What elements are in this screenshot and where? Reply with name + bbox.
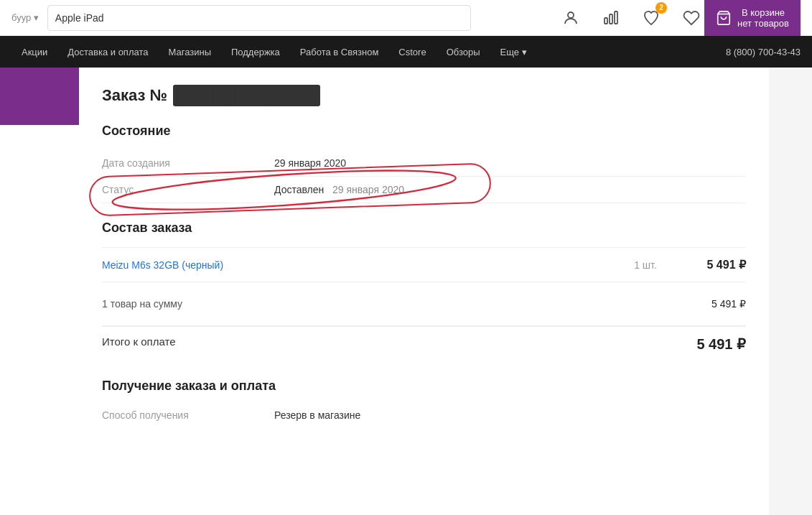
nav-item-reviews[interactable]: Обзоры — [437, 36, 490, 68]
nav-item-promotions[interactable]: Акции — [11, 36, 57, 68]
summary-items-label: 1 товар на сумму — [102, 298, 182, 310]
favorites-badge: 2 — [655, 2, 667, 14]
nav-item-more[interactable]: Еще ▾ — [490, 36, 537, 68]
date-row: Дата создания 29 января 2020 — [102, 150, 746, 177]
status-row: Статус Доставлен 29 января 2020 — [102, 177, 746, 203]
table-row: Meizu M6s 32GB (черный) 1 шт. 5 491 ₽ — [102, 248, 746, 282]
pickup-method-label: Способ получения — [102, 409, 274, 421]
cart-button[interactable]: В корзиненет товаров — [704, 0, 801, 36]
status-section-title: Состояние — [102, 124, 746, 139]
summary-items-value: 5 491 ₽ — [711, 298, 746, 310]
logo-text: буур ▾ — [11, 12, 39, 23]
composition-title: Состав заказа — [102, 221, 746, 236]
order-item-qty: 1 шт. — [617, 259, 674, 271]
logo[interactable]: буур ▾ — [11, 12, 39, 23]
order-title-text: Заказ № — [102, 86, 167, 105]
main-nav: Акции Доставка и оплата Магазины Поддерж… — [0, 36, 812, 68]
chart-icon-button[interactable] — [598, 5, 624, 31]
nav-phone: 8 (800) 700-43-43 — [726, 47, 801, 57]
pickup-method-row: Способ получения Резерв в магазине — [102, 405, 746, 425]
summary-total-label: Итого к оплате — [102, 335, 175, 353]
header: буур ▾ — [0, 0, 812, 36]
svg-point-2 — [568, 12, 574, 18]
order-items-list: Meizu M6s 32GB (черный) 1 шт. 5 491 ₽ — [102, 247, 746, 282]
cart-icon — [716, 10, 732, 26]
nav-item-stores[interactable]: Магазины — [158, 36, 221, 68]
right-side — [769, 68, 812, 515]
svg-rect-3 — [605, 18, 607, 24]
page-wrapper: Заказ № ████████ Состояние Дата создания… — [0, 68, 812, 515]
svg-rect-4 — [610, 14, 612, 24]
status-label: Статус — [102, 184, 274, 195]
summary-total-row: Итого к оплате 5 491 ₽ — [102, 327, 746, 361]
pickup-section-title: Получение заказа и оплата — [102, 379, 746, 394]
sidebar — [0, 68, 79, 515]
favorites-icon-button[interactable]: 2 — [638, 5, 664, 31]
summary-items-row: 1 товар на сумму 5 491 ₽ — [102, 294, 746, 314]
order-title-row: Заказ № ████████ — [102, 85, 746, 106]
search-input[interactable] — [55, 12, 463, 24]
date-label: Дата создания — [102, 157, 274, 169]
order-info-table: Дата создания 29 января 2020 Статус Дост… — [102, 150, 746, 203]
summary-block: 1 товар на сумму 5 491 ₽ — [102, 282, 746, 327]
search-bar[interactable] — [47, 5, 471, 31]
order-item-price: 5 491 ₽ — [674, 258, 746, 272]
summary-total-value: 5 491 ₽ — [696, 335, 746, 353]
svg-rect-5 — [615, 11, 617, 24]
date-value: 29 января 2020 — [274, 157, 346, 169]
order-number: ████████ — [173, 85, 320, 106]
nav-item-cstore[interactable]: Cstore — [388, 36, 436, 68]
nav-item-support[interactable]: Поддержка — [221, 36, 290, 68]
header-icons: 2 — [558, 5, 704, 31]
heart-icon-button[interactable] — [678, 5, 704, 31]
sidebar-purple-block — [0, 68, 79, 125]
main-content: Заказ № ████████ Состояние Дата создания… — [79, 68, 769, 515]
nav-item-delivery[interactable]: Доставка и оплата — [57, 36, 158, 68]
nav-item-jobs[interactable]: Работа в Связном — [290, 36, 389, 68]
user-icon-button[interactable] — [558, 5, 584, 31]
status-date-link[interactable]: 29 января 2020 — [332, 184, 404, 195]
order-item-name[interactable]: Meizu M6s 32GB (черный) — [102, 259, 617, 271]
status-value: Доставлен 29 января 2020 — [274, 184, 404, 195]
cart-empty-text: В корзиненет товаров — [737, 7, 789, 29]
pickup-method-value: Резерв в магазине — [274, 409, 360, 421]
